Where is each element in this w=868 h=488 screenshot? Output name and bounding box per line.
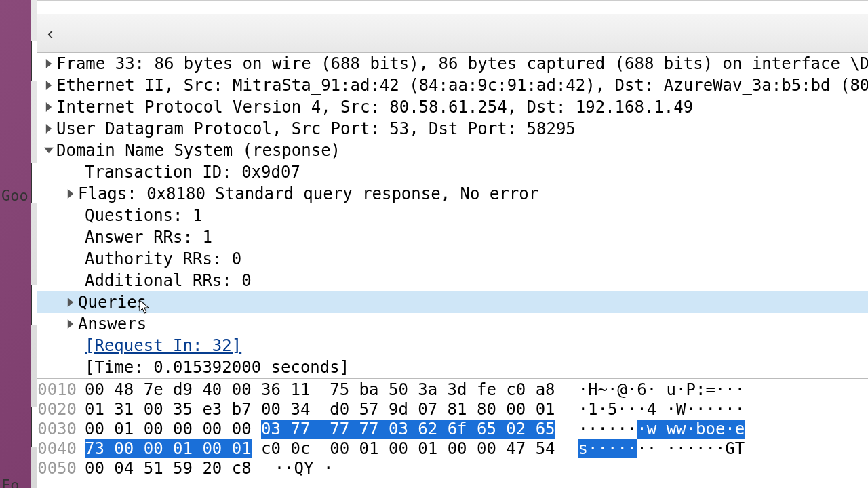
tree-row-ip[interactable]: Internet Protocol Version 4, Src: 80.58.… [37,96,868,118]
hex-ascii: ·······w ww·boe·e [578,420,745,439]
tree-row-dns[interactable]: Domain Name System (response) [37,140,868,161]
tree-row-authority-rrs[interactable]: Authority RRs: 0 [37,248,868,270]
tree-row-answers[interactable]: Answers [37,313,868,335]
label: Answer RRs: 1 [85,226,212,248]
label: User Datagram Protocol, Src Port: 53, Ds… [56,118,576,140]
desktop-icon-label-1: Goo [1,187,28,204]
hex-pane[interactable]: 0010 00 48 7e d9 40 00 36 11 75 ba 50 3a… [37,378,868,488]
caret-right-icon[interactable] [41,124,56,134]
tree-row-eth[interactable]: Ethernet II, Src: MitraSta_91:ad:42 (84:… [37,75,868,96]
label: Internet Protocol Version 4, Src: 80.58.… [56,96,693,118]
hex-bytes: 01 31 00 35 e3 b7 00 34 d0 57 9d 07 81 8… [85,400,555,420]
label: Flags: 0x8180 Standard query response, N… [78,183,538,205]
tree-row-flags[interactable]: Flags: 0x8180 Standard query response, N… [37,183,868,205]
tree-row-txid[interactable]: Transaction ID: 0x9d07 [37,161,868,183]
hex-bytes: 73 00 00 01 00 01 c0 0c 00 01 00 01 00 0… [85,439,555,459]
hex-offset: 0040 [37,439,85,459]
hex-row[interactable]: 0030 00 01 00 00 00 00 03 77 77 77 03 62… [37,420,868,439]
back-button[interactable]: ‹ [40,23,60,43]
hex-bytes: 00 04 51 59 20 c8 [85,459,252,479]
hex-ascii: ··QY · [275,459,334,479]
label: Authority RRs: 0 [85,248,241,270]
hex-row[interactable]: 0050 00 04 51 59 20 c8 ··QY · [37,459,868,479]
label: Queries [78,291,146,313]
hex-offset: 0030 [37,420,85,439]
hex-offset: 0050 [37,459,85,479]
link-request-in[interactable]: [Request In: 32] [85,335,241,357]
tree-row-request-in[interactable]: [Request In: 32] [37,335,868,357]
label: Additional RRs: 0 [85,270,252,291]
hex-offset: 0020 [37,400,85,420]
tree-row-answer-rrs[interactable]: Answer RRs: 1 [37,226,868,248]
label: Frame 33: 86 bytes on wire (688 bits), 8… [56,53,868,75]
hex-row[interactable]: 0040 73 00 00 01 00 01 c0 0c 00 01 00 01… [37,439,868,459]
label: Transaction ID: 0x9d07 [85,161,300,183]
caret-right-icon[interactable] [63,319,78,329]
caret-right-icon[interactable] [41,59,56,68]
hex-row[interactable]: 0020 01 31 00 35 e3 b7 00 34 d0 57 9d 07… [37,400,868,420]
hex-row[interactable]: 0010 00 48 7e d9 40 00 36 11 75 ba 50 3a… [37,380,868,400]
tree-row-additional-rrs[interactable]: Additional RRs: 0 [37,270,868,291]
toolbar: ‹ [37,14,868,53]
hex-ascii: s······· ······GT [578,439,745,459]
caret-down-icon[interactable] [41,146,56,155]
label: Ethernet II, Src: MitraSta_91:ad:42 (84:… [56,75,868,96]
chevron-left-icon: ‹ [47,23,54,44]
label: [Time: 0.015392000 seconds] [85,357,349,378]
hex-bytes: 00 01 00 00 00 00 03 77 77 77 03 62 6f 6… [85,420,555,439]
packet-details-window: ‹ Frame 33: 86 bytes on wire (688 bits),… [37,0,868,488]
hex-ascii: ·1·5···4 ·W······ [578,400,745,420]
label: Answers [78,313,146,335]
caret-right-icon[interactable] [41,102,56,112]
tree-row-frame[interactable]: Frame 33: 86 bytes on wire (688 bits), 8… [37,53,868,75]
caret-right-icon[interactable] [41,81,56,90]
window-edge [31,0,37,488]
label: Questions: 1 [85,205,202,226]
caret-right-icon[interactable] [63,298,78,307]
hex-ascii: ·H~·@·6· u·P:=··· [578,380,745,400]
tree-row-time[interactable]: [Time: 0.015392000 seconds] [37,357,868,378]
label: Domain Name System (response) [56,140,340,161]
tree-row-questions[interactable]: Questions: 1 [37,205,868,226]
caret-right-icon[interactable] [63,189,78,199]
hex-bytes: 00 48 7e d9 40 00 36 11 75 ba 50 3a 3d f… [85,380,555,400]
packet-tree[interactable]: Frame 33: 86 bytes on wire (688 bits), 8… [37,53,868,378]
hex-offset: 0010 [37,380,85,400]
tree-row-queries[interactable]: Queries [37,291,868,313]
tree-row-udp[interactable]: User Datagram Protocol, Src Port: 53, Ds… [37,118,868,140]
top-spacer [37,0,868,7]
desktop-icon-label-2: Fo [1,476,20,488]
